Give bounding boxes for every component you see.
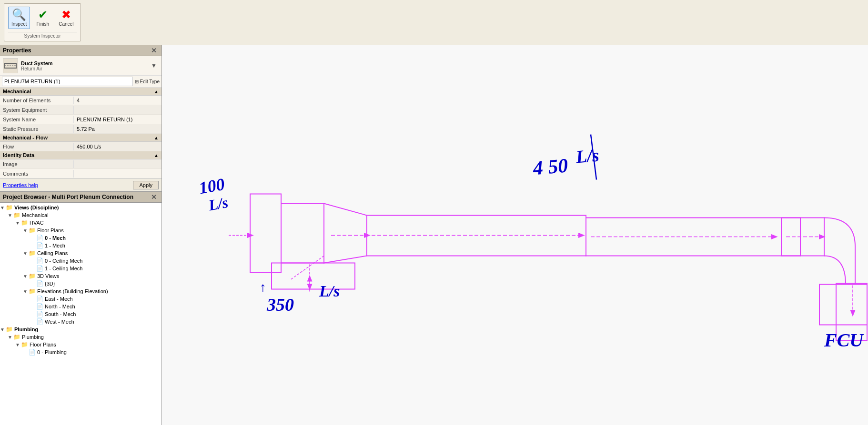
svg-text:L/s: L/s xyxy=(575,145,600,167)
selector-input[interactable] xyxy=(2,77,133,86)
cancel-label: Cancel xyxy=(59,21,73,27)
toolbar: 🔍 Inspect ✔ Finish ✖ Cancel System Inspe… xyxy=(0,0,868,45)
properties-help-link[interactable]: Properties help xyxy=(3,182,38,188)
tree-label: Ceiling Plans xyxy=(37,250,68,256)
tree-item[interactable]: ▼📁3D Views xyxy=(0,272,161,280)
prop-static-pressure-label: Static Pressure xyxy=(0,125,74,133)
main-layout: Properties ✕ Duct System Return Air ▼ xyxy=(0,45,868,425)
prop-comments: Comments xyxy=(0,169,161,178)
tree-toggle: ▼ xyxy=(23,289,29,294)
tree-item[interactable]: 📄0 - Plumbing xyxy=(0,348,161,356)
section-identity-label: Identity Data xyxy=(3,152,34,158)
toolbar-group-label: System Inspector xyxy=(8,32,77,39)
tree-label: 0 - Plumbing xyxy=(37,349,67,355)
prop-system-equipment-value xyxy=(74,109,161,111)
prop-selector-row: ⊞ Edit Type xyxy=(0,76,161,88)
cancel-button[interactable]: ✖ Cancel xyxy=(55,7,77,29)
svg-marker-18 xyxy=(772,235,777,239)
tree-item[interactable]: ▼📁HVAC xyxy=(0,219,161,227)
tree-item[interactable]: 📄1 - Ceiling Mech xyxy=(0,265,161,272)
tree-label: Floor Plans xyxy=(37,227,64,233)
browser-tree: ▼📁Views (Discipline)▼📁Mechanical▼📁HVAC▼📁… xyxy=(0,203,161,425)
prop-num-elements-value: 4 xyxy=(74,97,161,104)
prop-image: Image xyxy=(0,159,161,169)
type-dropdown-button[interactable]: ▼ xyxy=(151,62,159,69)
left-panel: Properties ✕ Duct System Return Air ▼ xyxy=(0,45,162,425)
section-mechanical[interactable]: Mechanical ▲ xyxy=(0,88,161,96)
tree-icon: 📁 xyxy=(21,341,28,348)
prop-type-sub: Return Air xyxy=(21,66,148,71)
tree-icon: 📄 xyxy=(36,296,43,302)
tree-item[interactable]: 📄South - Mech xyxy=(0,310,161,318)
svg-rect-11 xyxy=(819,285,867,325)
prop-static-pressure: Static Pressure 5.72 Pa xyxy=(0,124,161,134)
tree-item[interactable]: ▼📁Plumbing xyxy=(0,326,161,333)
tree-icon: 📄 xyxy=(36,242,43,249)
finish-button[interactable]: ✔ Finish xyxy=(32,7,53,29)
tree-item[interactable]: ▼📁Mechanical xyxy=(0,211,161,219)
tree-label: HVAC xyxy=(30,220,44,226)
svg-text:FCU: FCU xyxy=(824,329,864,351)
apply-button[interactable]: Apply xyxy=(133,181,159,189)
section-identity[interactable]: Identity Data ▲ xyxy=(0,151,161,159)
tree-item[interactable]: 📄East - Mech xyxy=(0,295,161,303)
browser-title: Project Browser - Multi Port Plenum Conn… xyxy=(3,194,133,200)
tree-item[interactable]: ▼📁Ceiling Plans xyxy=(0,249,161,257)
prop-num-elements: Number of Elements 4 xyxy=(0,96,161,105)
tree-label: 1 - Mech xyxy=(45,243,65,248)
section-identity-arrow: ▲ xyxy=(154,153,159,158)
tree-item[interactable]: 📄0 - Ceiling Mech xyxy=(0,257,161,265)
tree-icon: 📄 xyxy=(36,311,43,317)
prop-system-equipment-label: System Equipment xyxy=(0,106,74,114)
tree-item[interactable]: ▼📁Views (Discipline) xyxy=(0,204,161,211)
section-mech-flow[interactable]: Mechanical - Flow ▲ xyxy=(0,134,161,142)
tree-toggle: ▼ xyxy=(8,335,13,340)
tree-item[interactable]: ▼📁Elevations (Building Elevation) xyxy=(0,287,161,295)
tree-item[interactable]: 📄0 - Mech xyxy=(0,234,161,242)
tree-toggle: ▼ xyxy=(23,274,29,279)
prop-system-name-label: System Name xyxy=(0,116,74,123)
tree-icon: 📁 xyxy=(29,250,36,257)
svg-rect-12 xyxy=(272,263,355,289)
svg-rect-2 xyxy=(250,194,281,273)
properties-close-button[interactable]: ✕ xyxy=(149,47,159,54)
browser-close-button[interactable]: ✕ xyxy=(149,193,159,201)
svg-rect-3 xyxy=(281,204,324,263)
tree-item[interactable]: 📄West - Mech xyxy=(0,318,161,326)
tree-item[interactable]: 📄North - Mech xyxy=(0,303,161,310)
edit-type-label: Edit Type xyxy=(140,79,160,84)
tree-icon: 📁 xyxy=(6,326,13,333)
section-mech-flow-label: Mechanical - Flow xyxy=(3,135,48,140)
tree-icon: 📄 xyxy=(36,265,43,272)
tree-icon: 📁 xyxy=(29,227,36,234)
project-browser: Project Browser - Multi Port Plenum Conn… xyxy=(0,192,161,425)
inspect-icon: 🔍 xyxy=(12,9,26,20)
svg-marker-20 xyxy=(819,235,824,239)
prop-flow-label: Flow xyxy=(0,143,74,150)
tree-icon: 📁 xyxy=(6,204,13,211)
tree-item[interactable]: ▼📁Floor Plans xyxy=(0,341,161,348)
edit-type-button[interactable]: ⊞ Edit Type xyxy=(135,79,160,84)
tree-toggle: ▼ xyxy=(23,228,29,233)
prop-flow-value: 450.00 L/s xyxy=(74,143,161,150)
properties-header: Properties ✕ xyxy=(0,45,161,56)
tree-icon: 📁 xyxy=(13,334,20,340)
tree-toggle: ▼ xyxy=(23,251,29,256)
canvas-area[interactable]: 4 50 L/s 100 L/s 350 L/s ↑ FCU xyxy=(162,45,868,425)
tree-icon: 📁 xyxy=(29,288,36,295)
svg-text:L/s: L/s xyxy=(319,282,340,300)
svg-text:350: 350 xyxy=(266,295,294,315)
tree-item[interactable]: 📄1 - Mech xyxy=(0,242,161,249)
tree-item[interactable]: 📄{3D} xyxy=(0,280,161,287)
tree-icon: 📁 xyxy=(21,219,28,226)
tree-label: 3D Views xyxy=(37,273,59,279)
tree-item[interactable]: ▼📁Floor Plans xyxy=(0,227,161,234)
tree-label: 0 - Mech xyxy=(45,235,66,241)
tree-item[interactable]: ▼📁Plumbing xyxy=(0,333,161,341)
tree-label: West - Mech xyxy=(45,319,74,325)
prop-flow: Flow 450.00 L/s xyxy=(0,142,161,151)
svg-marker-22 xyxy=(248,234,252,237)
tree-label: Views (Discipline) xyxy=(14,205,59,210)
inspect-button[interactable]: 🔍 Inspect xyxy=(8,7,30,29)
tree-toggle: ▼ xyxy=(0,327,6,332)
